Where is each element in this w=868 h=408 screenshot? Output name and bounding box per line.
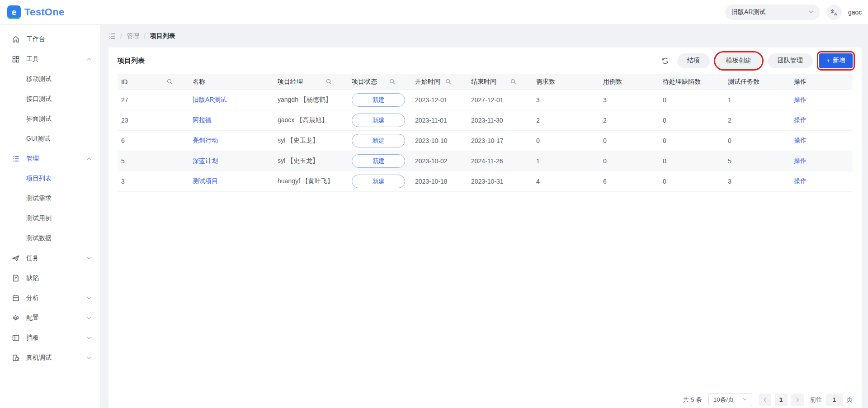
project-name-cell: 测试项目 [189,177,274,185]
sidebar-item-mobile-test[interactable]: 移动测试 [0,69,100,89]
sidebar-item-task[interactable]: 任务 [0,248,100,268]
requirements-cell: 1 [533,157,599,165]
cases-cell: 6 [599,178,659,185]
test_tasks-cell: 2 [724,117,790,124]
sidebar-item-test-requirement[interactable]: 测试需求 [0,189,100,209]
operation-link[interactable]: 操作 [794,116,807,124]
id-cell: 23 [118,117,189,124]
breadcrumb-item[interactable]: 管理 [127,32,139,40]
sidebar-item-test-case[interactable]: 测试用例 [0,209,100,228]
sidebar-item-label: GUI测试 [26,135,50,143]
sidebar-item-test-data[interactable]: 测试数据 [0,228,100,248]
start-cell: 2023-10-10 [411,137,467,144]
sidebar-item-defect[interactable]: 缺陷 [0,268,100,288]
test_tasks-cell: 0 [724,137,790,144]
prev-page-button[interactable] [759,394,771,406]
search-icon[interactable] [389,79,395,85]
column-header: 开始时间 [411,78,467,86]
project-name-link[interactable]: 阿拉德 [193,116,212,124]
search-icon[interactable] [167,79,173,85]
project-name-cell: 深蓝计划 [189,157,274,165]
search-icon[interactable] [445,79,451,85]
translate-icon[interactable]: 文 A [826,5,842,20]
project-select[interactable]: 旧版AR测试 [725,5,820,20]
project-name-link[interactable]: 亮剑行动 [193,137,218,145]
status-badge[interactable]: 新建 [352,93,405,107]
page-size-select[interactable]: 10条/页 [708,393,752,406]
start-cell: 2023-12-01 [411,96,467,104]
requirements-cell: 3 [533,96,599,104]
project-name-link[interactable]: 深蓝计划 [193,157,218,165]
sidebar-item-api-test[interactable]: 接口测试 [0,89,100,109]
sidebar-item-label: 测试用例 [26,214,52,223]
sidebar-item-baffle[interactable]: 挡板 [0,328,100,348]
column-header: ID [118,78,189,85]
operation-link[interactable]: 操作 [794,96,807,104]
sidebar-item-label: 工具 [26,55,39,63]
start-cell: 2023-11-01 [411,117,467,124]
page-number-current[interactable]: 1 [775,394,788,406]
brand[interactable]: e TestOne [7,5,65,19]
breadcrumb-item-current: 项目列表 [150,32,175,40]
status-badge[interactable]: 新建 [352,114,405,127]
sidebar-item-label: 缺陷 [26,274,39,282]
pending_defects-cell: 0 [659,117,724,124]
goto-page-input[interactable]: 1 [826,394,843,406]
sidebar-item-project-list[interactable]: 项目列表 [0,169,100,189]
id-cell: 6 [118,137,189,144]
refresh-icon[interactable] [661,57,669,65]
end-cell: 2023-10-31 [467,178,533,185]
sidebar-item-manage[interactable]: 管理 [0,149,100,169]
column-header-label: ID [121,78,127,85]
requirements-cell: 2 [533,117,599,124]
pending_defects-cell: 0 [659,96,724,104]
test_tasks-cell: 1 [724,96,790,104]
table-row: 23阿拉德gaocx 【高晨旭】新建2023-11-012023-11-3022… [118,110,853,131]
column-header: 需求数 [533,78,599,86]
sidebar-item-gui-test[interactable]: GUI测试 [0,129,100,149]
close-project-button[interactable]: 结项 [677,53,710,68]
sidebar-item-workbench[interactable]: 工作台 [0,29,100,49]
column-header-label: 操作 [794,78,807,86]
template-create-button[interactable]: 模板创建 [716,53,761,68]
column-header-label: 项目状态 [352,78,377,86]
status-badge[interactable]: 新建 [352,175,405,188]
operation-link[interactable]: 操作 [794,177,807,185]
status-badge[interactable]: 新建 [352,154,405,168]
operation-link[interactable]: 操作 [794,137,807,145]
project-status-cell: 新建 [348,134,411,147]
breadcrumb: / 管理 / 项目列表 [100,25,868,46]
project-list-card: 项目列表 结项 模板创建 团队管理 + 新增 [108,47,862,408]
sidebar-item-analysis[interactable]: 分析 [0,288,100,308]
next-page-button[interactable] [791,394,804,406]
sidebar-item-real-device-debug[interactable]: 真机调试 [0,348,100,368]
pending_defects-cell: 0 [659,137,724,144]
sidebar-item-tools[interactable]: 工具 [0,49,100,69]
manager-cell: huangyf 【黄叶飞】 [274,177,348,185]
chevron-down-icon [86,256,92,261]
chevron-up-icon [86,156,92,161]
add-button[interactable]: + 新增 [819,53,853,68]
sidebar-item-label: 接口测试 [26,95,52,103]
project-table: ID名称项目经理项目状态开始时间结束时间需求数用例数待处理缺陷数测试任务数操作 … [118,74,853,192]
menu-list-icon[interactable] [108,33,116,39]
end-cell: 2023-10-17 [467,137,533,144]
team-manage-button[interactable]: 团队管理 [768,53,813,68]
project-name-link[interactable]: 旧版AR测试 [193,96,226,104]
operation-cell: 操作 [790,137,853,145]
search-icon[interactable] [326,79,332,85]
username[interactable]: gaoc [848,9,868,16]
project-name-link[interactable]: 测试项目 [193,177,218,185]
toolbar: 结项 模板创建 团队管理 + 新增 [661,53,853,68]
column-header-label: 测试任务数 [728,78,760,86]
start-cell: 2023-10-02 [411,157,467,165]
operation-link[interactable]: 操作 [794,157,807,165]
sidebar-item-ui-test[interactable]: 界面测试 [0,109,100,129]
pending_defects-cell: 0 [659,178,724,185]
gear-icon [12,314,20,322]
send-icon [12,254,20,262]
table-row: 6亮剑行动syl 【史玉龙】新建2023-10-102023-10-170000… [118,131,853,151]
status-badge[interactable]: 新建 [352,134,405,147]
sidebar-item-config[interactable]: 配置 [0,308,100,328]
search-icon[interactable] [510,79,516,85]
